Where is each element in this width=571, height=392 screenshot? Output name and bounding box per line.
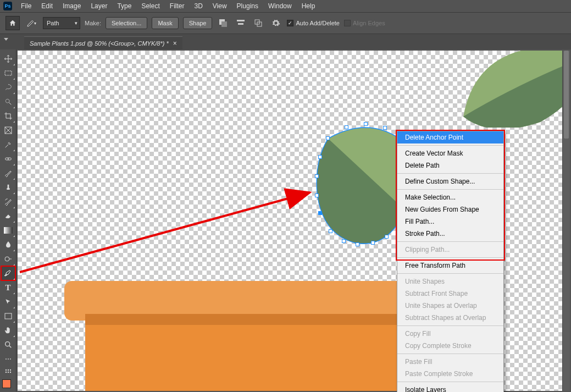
- document-tab[interactable]: Sample Plants 1.psd @ 50% (<Group>, CMYK…: [24, 36, 182, 49]
- anchor-point[interactable]: [356, 242, 359, 246]
- align-edges-checkbox[interactable]: Align Edges: [344, 20, 385, 26]
- anchor-point[interactable]: [342, 239, 346, 243]
- context-item: Copy Fill: [397, 328, 503, 340]
- tool-eraser[interactable]: [1, 209, 15, 223]
- foreground-color[interactable]: [2, 379, 11, 388]
- menu-window[interactable]: Window: [264, 1, 296, 12]
- home-icon: [9, 19, 16, 27]
- path-align-icon[interactable]: [234, 16, 247, 30]
- menu-select[interactable]: Select: [137, 1, 164, 12]
- tool-quick-select[interactable]: [1, 95, 15, 109]
- tool-crop[interactable]: [1, 109, 15, 123]
- tool-type[interactable]: T: [1, 280, 15, 295]
- menu-plugins[interactable]: Plugins: [232, 1, 263, 12]
- gear-icon: [271, 19, 280, 27]
- menu-filter[interactable]: Filter: [165, 1, 189, 12]
- auto-add-delete-checkbox[interactable]: ✓Auto Add/Delete: [287, 20, 340, 26]
- tool-preset-picker[interactable]: ▾: [24, 17, 38, 29]
- path-operations-icon[interactable]: [217, 16, 230, 30]
- svg-rect-6: [5, 71, 12, 75]
- tool-brush[interactable]: [1, 166, 15, 180]
- shape-button[interactable]: Shape: [183, 17, 213, 29]
- anchor-point[interactable]: [315, 194, 319, 197]
- menu-view[interactable]: View: [208, 1, 231, 12]
- selection-button[interactable]: Selection...: [106, 17, 147, 29]
- context-item: Subtract Shapes at Overlap: [397, 312, 503, 324]
- context-item[interactable]: Isolate Layers: [397, 384, 503, 392]
- menu-3d[interactable]: 3D: [190, 1, 207, 12]
- menu-image[interactable]: Image: [58, 1, 85, 12]
- anchor-point[interactable]: [345, 125, 348, 129]
- svg-rect-1: [221, 21, 227, 27]
- anchor-point[interactable]: [326, 136, 330, 140]
- context-item[interactable]: Stroke Path...: [397, 228, 503, 240]
- menu-edit[interactable]: Edit: [37, 1, 57, 12]
- tool-more[interactable]: ⋯: [1, 352, 15, 366]
- tool-edit-toolbar[interactable]: [1, 366, 15, 376]
- tool-eyedropper[interactable]: [1, 137, 15, 152]
- svg-point-14: [6, 275, 7, 275]
- document-tab-bar: Sample Plants 1.psd @ 50% (<Group>, CMYK…: [0, 34, 571, 49]
- anchor-point[interactable]: [385, 235, 389, 239]
- context-item: Subtract Front Shape: [397, 288, 503, 300]
- gear-icon-btn[interactable]: [269, 16, 282, 30]
- make-label: Make:: [85, 20, 101, 26]
- menu-help[interactable]: Help: [297, 1, 320, 12]
- menu-type[interactable]: Type: [113, 1, 136, 12]
- tool-zoom[interactable]: [1, 338, 15, 352]
- tool-pen[interactable]: [1, 266, 15, 280]
- tool-hand[interactable]: [1, 323, 15, 338]
- tab-pin-icon[interactable]: [3, 36, 9, 42]
- tool-history-brush[interactable]: [1, 195, 15, 209]
- tool-blur[interactable]: [1, 238, 15, 252]
- context-item[interactable]: New Guides From Shape: [397, 203, 503, 216]
- svg-point-13: [5, 257, 9, 261]
- anchor-point[interactable]: [383, 126, 387, 130]
- svg-point-21: [7, 372, 8, 373]
- auto-add-label: Auto Add/Delete: [296, 20, 340, 26]
- context-item[interactable]: Delete Anchor Point: [397, 131, 503, 143]
- svg-rect-3: [238, 23, 243, 25]
- anchor-point[interactable]: [329, 229, 332, 233]
- options-bar: ▾ Path Make: Selection... Mask Shape ✓Au…: [0, 12, 571, 34]
- vertical-scrollbar[interactable]: [562, 51, 570, 391]
- tool-gradient[interactable]: [1, 223, 15, 238]
- tab-title: Sample Plants 1.psd @ 50% (<Group>, CMYK…: [30, 40, 169, 47]
- context-item[interactable]: Fill Path...: [397, 216, 503, 228]
- context-item[interactable]: Delete Path: [397, 159, 503, 172]
- leaf-shape-upper: [458, 49, 571, 128]
- svg-point-7: [5, 99, 9, 103]
- tool-stamp[interactable]: [1, 180, 15, 195]
- tool-rectangle[interactable]: [1, 309, 15, 323]
- context-item[interactable]: Create Vector Mask: [397, 147, 503, 159]
- anchor-point[interactable]: [364, 122, 368, 126]
- menu-layer[interactable]: Layer: [86, 1, 112, 12]
- mode-dropdown[interactable]: Path: [43, 17, 80, 29]
- context-item[interactable]: Define Custom Shape...: [397, 175, 503, 187]
- tool-lasso[interactable]: [1, 80, 15, 95]
- mask-button[interactable]: Mask: [152, 17, 178, 29]
- tool-path-select[interactable]: [1, 295, 15, 309]
- anchor-point[interactable]: [315, 174, 319, 178]
- anchor-point[interactable]: [318, 155, 322, 159]
- anchor-point-selected[interactable]: [318, 211, 322, 215]
- pot-shape: [64, 281, 438, 392]
- menu-file[interactable]: File: [16, 1, 36, 12]
- anchor-point[interactable]: [371, 241, 375, 245]
- tab-close-icon[interactable]: ×: [173, 40, 177, 47]
- tool-dodge[interactable]: [1, 252, 15, 266]
- svg-point-19: [9, 369, 10, 371]
- tool-move[interactable]: [1, 52, 15, 66]
- tool-healing[interactable]: [1, 152, 15, 166]
- tool-marquee[interactable]: [1, 66, 15, 80]
- context-item[interactable]: Free Transform Path: [397, 260, 503, 272]
- scrollbar-thumb[interactable]: [564, 51, 569, 139]
- tool-frame[interactable]: [1, 123, 15, 137]
- home-button[interactable]: [5, 16, 20, 30]
- svg-rect-15: [5, 313, 12, 319]
- context-item[interactable]: Make Selection...: [397, 191, 503, 203]
- color-swatches[interactable]: [2, 379, 14, 391]
- path-arrange-icon[interactable]: [252, 16, 265, 30]
- align-icon: [236, 19, 245, 27]
- svg-point-18: [7, 369, 8, 371]
